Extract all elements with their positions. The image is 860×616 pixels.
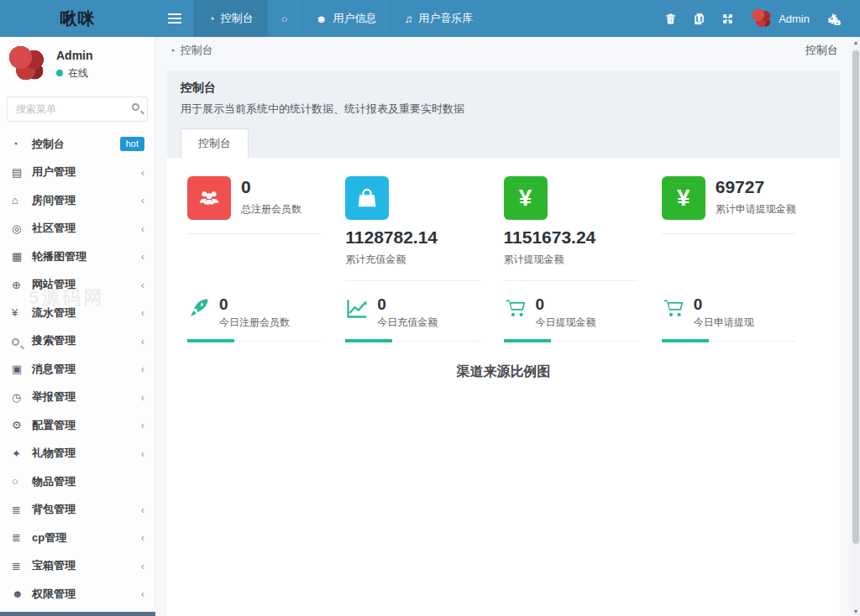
cart-icon	[662, 296, 685, 323]
chevron-left-icon: ‹	[141, 419, 144, 431]
sidebar-scroll-bar[interactable]	[0, 612, 155, 616]
user-icon: ☻	[316, 13, 328, 24]
id-card-icon: ▤	[12, 166, 32, 179]
nav-tab-用户信息[interactable]: ☻用户信息	[302, 0, 391, 37]
main-content: ◔ 控制台 控制台 控制台 用于展示当前系统中的统计数据、统计报表及重要实时数据…	[155, 37, 852, 616]
yen-icon: ¥	[504, 176, 548, 220]
trash-icon[interactable]	[656, 0, 684, 37]
page-header-panel: 控制台 用于展示当前系统中的统计数据、统计报表及重要实时数据 控制台	[167, 70, 840, 158]
vertical-scrollbar[interactable]: ▲ ▼	[852, 37, 860, 616]
sidebar-item-cp管理[interactable]: ≣cp管理‹	[0, 524, 155, 552]
sidebar-item-搜索管理[interactable]: 搜索管理‹	[0, 327, 155, 356]
nav-tab-用户音乐库[interactable]: ♫用户音乐库	[390, 0, 486, 37]
stat-underline	[504, 341, 638, 342]
chevron-left-icon: ‹	[141, 447, 144, 460]
brand-logo[interactable]: 啾咪	[0, 0, 155, 37]
yen-icon: ¥	[662, 176, 705, 220]
bank-icon: ⌂	[12, 194, 32, 206]
dashboard-icon: ◔	[208, 13, 215, 24]
fullscreen-icon[interactable]	[713, 0, 742, 37]
secondary-stats-row: 0今日注册会员数0今日充值金额0今日提现金额0今日申请提现	[187, 296, 820, 342]
hot-badge: hot	[120, 137, 144, 151]
list-icon: ≣	[12, 560, 32, 572]
nav-tab-circle[interactable]: ○	[267, 0, 302, 37]
sidebar-item-物品管理[interactable]: ○物品管理	[0, 467, 155, 496]
chevron-left-icon: ‹	[141, 222, 144, 235]
stat-label: 今日注册会员数	[219, 316, 290, 330]
stat-今日申请提现: 0今日申请提现	[662, 296, 820, 342]
primary-stats-row: 0总注册会员数1128782.14累计充值金额¥1151673.24累计提现金额…	[187, 176, 820, 281]
item-icon: ○	[12, 475, 32, 488]
avatar	[752, 8, 772, 29]
sidebar-username: Admin	[56, 49, 93, 62]
stat-value: 0	[536, 296, 596, 312]
search-input[interactable]	[7, 97, 148, 122]
sidebar-item-权限管理[interactable]: ☻权限管理‹	[0, 580, 155, 608]
chevron-left-icon: ‹	[141, 194, 144, 206]
chevron-left-icon: ‹	[141, 250, 144, 263]
breadcrumb-item[interactable]: 控制台	[181, 43, 213, 58]
navbar-right: Admin	[656, 0, 860, 37]
copy-files-icon[interactable]	[684, 0, 713, 37]
sidebar-item-配置管理[interactable]: ⚙配置管理‹	[0, 411, 155, 440]
stat-累计申请提现金额: ¥69727累计申请提现金额	[662, 176, 820, 234]
sidebar-item-房间管理[interactable]: ⌂房间管理‹	[0, 186, 155, 215]
chevron-left-icon: ‹	[141, 363, 144, 375]
circle-icon: ○	[281, 13, 288, 24]
stat-label: 累计申请提现金额	[716, 202, 796, 217]
message-icon: ▣	[12, 363, 32, 375]
chevron-left-icon: ‹	[141, 335, 144, 347]
panel-title: 控制台	[181, 81, 826, 96]
sidebar-item-举报管理[interactable]: ◷举报管理‹	[0, 384, 155, 412]
sidebar-item-宝箱管理[interactable]: ≣宝箱管理‹	[0, 552, 155, 581]
chevron-left-icon: ‹	[141, 306, 144, 319]
chevron-left-icon: ‹	[141, 166, 144, 179]
sidebar-item-礼物管理[interactable]: ✦礼物管理‹	[0, 440, 155, 468]
chart-area	[187, 381, 820, 616]
settings-cogs-icon[interactable]	[820, 0, 848, 37]
sidebar-item-用户管理[interactable]: ▤用户管理‹	[0, 159, 155, 187]
sidebar-item-轮播图管理[interactable]: ▦轮播图管理‹	[0, 243, 155, 271]
list-icon: ≣	[12, 504, 32, 516]
stat-value: 0	[377, 296, 438, 312]
scroll-down-icon[interactable]: ▼	[852, 606, 860, 616]
stat-value: 0	[241, 176, 302, 198]
tab-console[interactable]: 控制台	[181, 128, 249, 158]
chart-title: 渠道来源比例图	[187, 363, 820, 381]
shopping-bag-icon	[345, 176, 389, 220]
stat-value: 69727	[716, 176, 796, 198]
gift-icon: ✦	[12, 447, 32, 460]
community-icon: ◎	[12, 222, 32, 235]
scrollbar-thumb[interactable]	[852, 50, 859, 544]
sidebar-item-社区管理[interactable]: ◎社区管理‹	[0, 215, 155, 243]
top-navbar: 啾咪 ◔控制台○☻用户信息♫用户音乐库 Admin	[0, 0, 860, 37]
online-status: 在线	[56, 66, 93, 81]
panel-subtitle: 用于展示当前系统中的统计数据、统计报表及重要实时数据	[181, 102, 826, 117]
sidebar-item-控制台[interactable]: ◔控制台hot	[0, 130, 155, 159]
stat-label: 今日充值金额	[377, 316, 438, 330]
chevron-left-icon: ‹	[141, 531, 144, 544]
nav-tab-控制台[interactable]: ◔控制台	[194, 0, 267, 37]
user-menu[interactable]: Admin	[742, 8, 820, 29]
config-icon: ⚙	[12, 419, 32, 431]
stat-今日充值金额: 0今日充值金额	[345, 296, 503, 342]
sidebar-item-消息管理[interactable]: ▣消息管理‹	[0, 355, 155, 384]
stat-label: 今日提现金额	[536, 316, 596, 330]
navbar-tabs: ◔控制台○☻用户信息♫用户音乐库	[194, 0, 486, 37]
stat-underline	[345, 341, 480, 342]
stat-value: 1128782.14	[345, 227, 480, 248]
stat-累计充值金额: 1128782.14累计充值金额	[345, 176, 503, 281]
users-group-icon	[187, 176, 231, 220]
stat-label: 累计充值金额	[345, 253, 480, 267]
sidebar-toggle-icon[interactable]	[155, 0, 194, 37]
scroll-up-icon[interactable]: ▲	[852, 37, 860, 47]
music-icon: ♫	[404, 13, 412, 24]
report-icon: ◷	[12, 391, 32, 404]
chevron-left-icon: ‹	[141, 587, 144, 600]
cart-icon	[504, 296, 527, 323]
sidebar-item-网站管理[interactable]: ⊕网站管理‹	[0, 271, 155, 300]
avatar	[8, 45, 46, 83]
sidebar-item-背包管理[interactable]: ≣背包管理‹	[0, 496, 155, 525]
sidebar-item-流水管理[interactable]: ¥流水管理‹	[0, 299, 155, 327]
sidebar-user-panel: Admin 在线	[0, 37, 155, 93]
